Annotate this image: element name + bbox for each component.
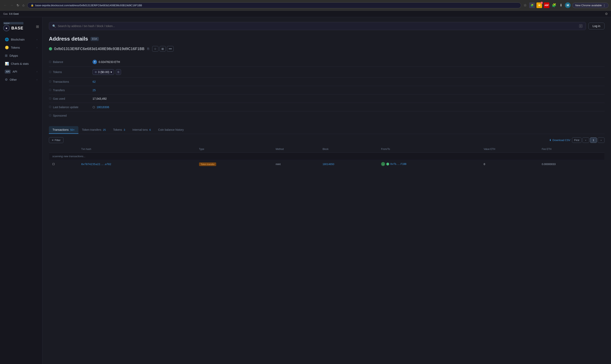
details-table: ⓘ Balance T 0.02478233 ETH ⓘ Tokens ⊞ 3 … [49, 57, 605, 120]
balance-value-cell: T 0.02478233 ETH [89, 57, 605, 67]
block-link[interactable]: 18014650 [322, 163, 334, 166]
download-button[interactable]: ⬇ [559, 2, 563, 8]
logo-text: BASE [11, 26, 23, 30]
blockchain-icon: 🌐 [5, 38, 9, 41]
transactions-table: Txn hash Type Method Block From/To Value… [49, 145, 605, 168]
last-balance-link[interactable]: 18018306 [97, 105, 109, 109]
profile-avatar[interactable]: M [565, 2, 570, 8]
filter-button[interactable]: ≡ Filter [49, 137, 63, 143]
sidebar-label-tokens: Tokens [11, 46, 20, 49]
table-row: ☐ 0xf874235a22...af82 Token transfer min… [49, 160, 605, 168]
search-input[interactable] [58, 25, 577, 28]
gas-used-label: Gas used [53, 97, 65, 100]
row-txn-hash: 0xf874235a22...af82 [78, 160, 196, 168]
block-icon: ⬡ [93, 105, 95, 109]
bookmark-button[interactable]: ☆ [523, 2, 528, 8]
new-chrome-button[interactable]: New Chrome available ⋮ [572, 3, 609, 8]
tokens-grid-icon: ⊞ [95, 71, 97, 73]
row-type: Token transfer [196, 160, 273, 168]
address-actions: ☆ ⊞ ••• [152, 46, 174, 52]
table-header: Txn hash Type Method Block From/To Value… [49, 146, 605, 153]
extensions-icon[interactable]: 🧩 [529, 2, 535, 8]
extensions-button[interactable]: 🧩 [551, 2, 557, 8]
tab-internal-txns[interactable]: Internal txns 6 [129, 126, 154, 134]
row-checkbox[interactable]: ☐ [49, 160, 78, 168]
sidebar-item-tokens[interactable]: 🪙 Tokens › [2, 44, 41, 52]
tab-token-transfers-label: Token transfers [82, 128, 101, 131]
copy-address-button[interactable]: ⎘ [146, 46, 150, 52]
transfers-value-cell: 25 [89, 86, 605, 94]
sidebar-item-dapps[interactable]: ⊞ DApps [2, 52, 41, 60]
star-button[interactable]: ☆ [152, 46, 158, 52]
tokens-chevron-icon: ▾ [111, 70, 112, 74]
search-container: 🔍 / Log in [49, 22, 605, 30]
tab-token-transfers-count: 25 [103, 128, 106, 131]
gas-label: Gas [3, 13, 8, 15]
tokens-copy-button[interactable]: ⎘ [116, 69, 121, 75]
refresh-button[interactable]: ↻ [15, 3, 20, 8]
login-button[interactable]: Log in [588, 23, 605, 29]
current-page-button[interactable]: 1 [590, 137, 597, 143]
txn-hash-link[interactable]: 0xf874235a22...af82 [81, 163, 111, 166]
download-csv-button[interactable]: ⬇ Download CSV [549, 139, 570, 142]
balance-value: 0.02478233 ETH [99, 60, 120, 64]
gas-used-value: 17,043,492 [93, 97, 107, 100]
transfers-label: Transfers [53, 89, 65, 92]
next-page-button[interactable]: › [598, 137, 605, 143]
tokens-dropdown[interactable]: ⊞ 3 ($0.00) ▾ [93, 69, 114, 75]
first-page-button[interactable]: First [572, 137, 582, 143]
col-type: Type [196, 146, 273, 153]
back-button[interactable]: ← [2, 3, 8, 8]
tab-tokens[interactable]: Tokens 3 [110, 126, 129, 134]
sidebar-item-api[interactable]: API API › [2, 68, 41, 76]
tab-coin-balance[interactable]: Coin balance history [154, 126, 188, 134]
tab-coin-balance-label: Coin balance history [158, 128, 184, 131]
scanning-row: scanning new transactions... [49, 153, 605, 160]
page-title-row: Address details EOA [49, 36, 605, 42]
gas-bar: Gas 0.6 Gwei ⚙ [0, 11, 611, 17]
gas-used-info-icon: ⓘ [49, 97, 51, 100]
tab-transactions[interactable]: Transactions 50+ [49, 126, 78, 134]
transfers-link[interactable]: 25 [93, 89, 96, 92]
dapps-icon: ⊞ [5, 54, 7, 57]
last-balance-label: Last balance update [53, 105, 78, 109]
row-method: mint [272, 160, 319, 168]
metamask-ext-icon[interactable]: M2 [536, 2, 542, 8]
sponsored-info-icon: ⓘ [49, 114, 51, 117]
sidebar-item-blockchain[interactable]: 🌐 Blockchain › [2, 36, 41, 43]
search-bar[interactable]: 🔍 / [49, 22, 586, 30]
sponsored-label-cell: ⓘ Sponsored [49, 111, 89, 120]
home-button[interactable]: ⌂ [21, 3, 26, 8]
transactions-link[interactable]: 62 [93, 80, 96, 83]
row-fee: 0.00000033 [539, 160, 604, 168]
nav-buttons: ← → ↻ ⌂ [2, 3, 26, 8]
gas-used-label-cell: ⓘ Gas used [49, 94, 89, 103]
main-layout: testnet ● BASE ⊞ 🌐 Blockchain › 🪙 Tokens… [0, 17, 611, 364]
sidebar-label-charts: Charts & stats [11, 62, 29, 65]
tokens-info-icon: ⓘ [49, 70, 51, 74]
testnet-badge: testnet [3, 22, 23, 25]
sidebar-logo: testnet ● BASE ⊞ [0, 20, 42, 35]
table-right-controls: ⬇ Download CSV First ‹ 1 › [549, 137, 605, 143]
tab-token-transfers[interactable]: Token transfers 25 [78, 126, 110, 134]
adblock-ext-icon[interactable]: ABP [544, 2, 549, 8]
address-bar[interactable]: 🔒 base-sepolia.blockscout.com/address/0x… [27, 2, 521, 8]
from-address: 0xfb...F1BB [390, 163, 406, 166]
from-address-dot [386, 163, 389, 166]
table-body: scanning new transactions... ☐ 0xf874235… [49, 153, 605, 168]
settings-button[interactable]: ⚙ [605, 12, 608, 16]
sidebar-item-charts[interactable]: 📊 Charts & stats [2, 60, 41, 68]
col-fee-eth: Fee ETH [539, 146, 604, 153]
more-button[interactable]: ••• [167, 46, 174, 52]
prev-page-button[interactable]: ‹ [582, 137, 589, 143]
forward-button[interactable]: → [9, 3, 14, 8]
sidebar-item-other[interactable]: ⚙ Other › [2, 76, 41, 84]
col-value-eth: Value ETH [481, 146, 539, 153]
tokens-icon: 🪙 [5, 46, 9, 50]
grid-menu-button[interactable]: ⊞ [36, 25, 39, 29]
qr-button[interactable]: ⊞ [160, 46, 166, 52]
sponsored-value-cell [89, 111, 605, 120]
transfers-label-cell: ⓘ Transfers [49, 86, 89, 94]
browser-actions: ☆ 🧩 M2 ABP 🧩 ⬇ M New Chrome available ⋮ [523, 2, 609, 8]
browser-chrome: ← → ↻ ⌂ 🔒 base-sepolia.blockscout.com/ad… [0, 0, 611, 11]
